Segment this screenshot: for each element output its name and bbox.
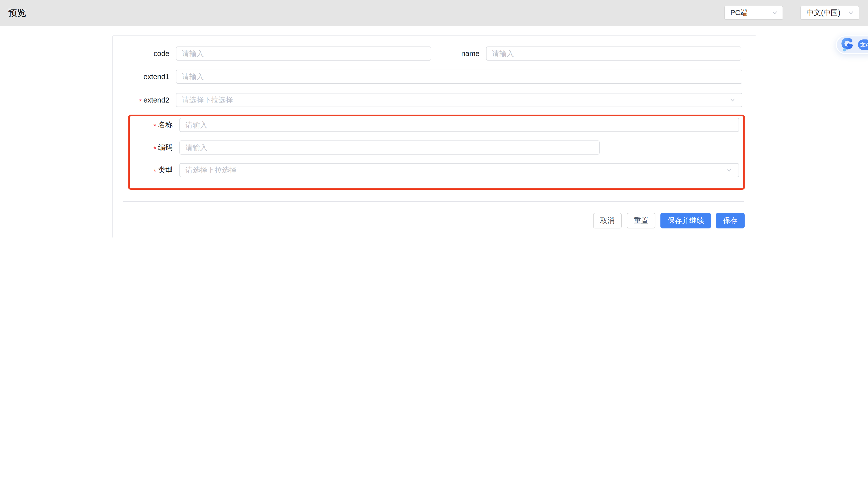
code-label: code (113, 47, 176, 61)
translate-icon[interactable]: 文A (858, 39, 868, 50)
chevron-down-icon (771, 9, 778, 17)
extend1-label: extend1 (113, 70, 176, 84)
extend2-label: * extend2 (113, 93, 176, 107)
bianma-input[interactable] (180, 141, 599, 155)
required-asterisk: * (154, 166, 156, 175)
form-row-extend2: * extend2 请选择下拉选择 (113, 93, 756, 107)
cancel-button[interactable]: 取消 (593, 213, 622, 229)
type-select[interactable]: 请选择下拉选择 (180, 163, 739, 177)
type-select-placeholder: 请选择下拉选择 (185, 165, 237, 175)
bianma-label: * 编码 (130, 141, 180, 155)
header-selects: PC端 中文(中国) (724, 6, 859, 20)
save-and-continue-button[interactable]: 保存并继续 (660, 213, 711, 229)
form-row-extend1: extend1 (113, 70, 756, 84)
name-label: name (431, 47, 486, 61)
reset-button[interactable]: 重置 (627, 213, 655, 229)
chevron-down-icon (847, 9, 855, 17)
required-asterisk: * (154, 120, 156, 130)
required-asterisk: * (139, 95, 142, 105)
assistant-widget[interactable]: 文A (836, 35, 868, 54)
form-row-title: * 名称 (130, 118, 743, 132)
preview-header: 预览 PC端 中文(中国) (0, 0, 868, 26)
title-label: * 名称 (130, 118, 180, 132)
code-input[interactable] (176, 47, 431, 61)
title-input[interactable] (180, 118, 739, 132)
highlighted-field-group: * 名称 * 编码 * 类型 请选择下拉选择 (128, 115, 745, 190)
form-row-code-name: code name (113, 47, 756, 61)
page-title: 预览 (8, 7, 26, 19)
name-input[interactable] (486, 47, 741, 61)
assistant-logo-icon[interactable] (841, 38, 854, 52)
required-asterisk: * (154, 143, 156, 153)
form-card: code name extend1 * extend2 请选择下拉选择 * 名称 (112, 35, 756, 238)
footer-divider (123, 201, 744, 202)
language-select-value: 中文(中国) (806, 8, 840, 18)
type-label: * 类型 (130, 163, 180, 177)
language-select[interactable]: 中文(中国) (800, 6, 859, 20)
device-select-value: PC端 (730, 8, 748, 18)
device-select[interactable]: PC端 (724, 6, 783, 20)
extend2-select-placeholder: 请选择下拉选择 (182, 95, 233, 105)
extend1-input[interactable] (176, 70, 742, 84)
chevron-down-icon (725, 167, 733, 174)
form-row-bianma: * 编码 (130, 141, 743, 155)
form-row-type: * 类型 请选择下拉选择 (130, 163, 743, 177)
save-button[interactable]: 保存 (716, 213, 745, 229)
footer-buttons: 取消 重置 保存并继续 保存 (113, 213, 756, 229)
extend2-select[interactable]: 请选择下拉选择 (176, 93, 742, 107)
chevron-down-icon (729, 96, 736, 104)
